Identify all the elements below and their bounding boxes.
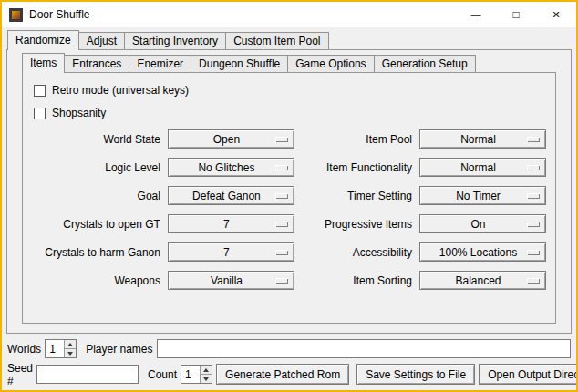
door-shuffle-window: Door Shuffle — □ ✕ Randomize Adjust Star… xyxy=(0,0,578,392)
save-settings-button[interactable]: Save Settings to File xyxy=(356,364,475,385)
crystals-harm-ganon-dropdown[interactable]: 7 xyxy=(168,242,294,262)
crystals-harm-ganon-label: Crystals to harm Ganon xyxy=(32,246,168,259)
accessibility-dropdown[interactable]: 100% Locations xyxy=(419,242,546,262)
sub-tab-dungeon-shuffle[interactable]: Dungeon Shuffle xyxy=(191,55,288,72)
item-sorting-label: Item Sorting xyxy=(302,274,419,287)
main-tab-adjust[interactable]: Adjust xyxy=(78,32,125,49)
dropdown-value: 7 xyxy=(223,246,239,259)
maximize-button[interactable]: □ xyxy=(496,2,536,27)
close-button[interactable]: ✕ xyxy=(536,2,576,27)
settings-grid: World State Open Item Pool Normal Logic … xyxy=(32,129,546,290)
sub-tab-enemizer[interactable]: Enemizer xyxy=(129,55,191,72)
goal-dropdown[interactable]: Defeat Ganon xyxy=(168,186,294,205)
titlebar: Door Shuffle — □ ✕ xyxy=(2,2,576,27)
dropdown-indicator-icon xyxy=(275,193,288,199)
checkbox-icon xyxy=(34,108,46,119)
dropdown-value: 7 xyxy=(223,218,239,231)
dropdown-indicator-icon xyxy=(275,137,288,142)
timer-setting-label: Timer Setting xyxy=(302,190,419,202)
window-title: Door Shuffle xyxy=(29,8,90,21)
main-tab-bar: Randomize Adjust Starting Inventory Cust… xyxy=(2,30,576,49)
retro-mode-label: Retro mode (universal keys) xyxy=(52,84,189,97)
sub-tab-entrances[interactable]: Entrances xyxy=(64,55,129,72)
settings-row: World State Open Item Pool Normal xyxy=(32,129,546,149)
sub-tab-bar: Items Entrances Enemizer Dungeon Shuffle… xyxy=(7,53,571,72)
dropdown-indicator-icon xyxy=(275,222,288,227)
player-names-label: Player names xyxy=(86,343,152,356)
close-icon: ✕ xyxy=(552,9,560,21)
shopsanity-label: Shopsanity xyxy=(52,107,106,119)
sub-tab-generation-setup[interactable]: Generation Setup xyxy=(374,55,476,72)
crystals-open-gt-dropdown[interactable]: 7 xyxy=(168,214,294,233)
spin-up-icon[interactable] xyxy=(65,340,76,348)
weapons-label: Weapons xyxy=(32,274,168,287)
retro-mode-checkbox[interactable]: Retro mode (universal keys) xyxy=(34,84,546,97)
seed-label: Seed # xyxy=(7,362,33,387)
dropdown-value: Open xyxy=(213,133,249,146)
spin-up-icon[interactable] xyxy=(201,366,212,374)
dropdown-indicator-icon xyxy=(275,250,288,255)
bottom-controls: Worlds 1 Player names Seed # Count 1 xyxy=(2,334,576,390)
dropdown-indicator-icon xyxy=(527,165,540,170)
item-pool-dropdown[interactable]: Normal xyxy=(419,129,546,149)
item-sorting-dropdown[interactable]: Balanced xyxy=(419,271,546,290)
progressive-items-dropdown[interactable]: On xyxy=(419,214,546,233)
checkbox-icon xyxy=(34,85,46,97)
settings-row: Weapons Vanilla Item Sorting Balanced xyxy=(32,271,546,290)
sub-tab-items[interactable]: Items xyxy=(22,53,65,73)
main-tab-custom-item-pool[interactable]: Custom Item Pool xyxy=(225,32,328,49)
worlds-value[interactable]: 1 xyxy=(46,340,64,357)
window-controls: — □ ✕ xyxy=(456,2,576,27)
dropdown-value: Normal xyxy=(460,161,505,174)
spin-arrows xyxy=(64,340,76,357)
settings-row: Crystals to harm Ganon 7 Accessibility 1… xyxy=(32,242,546,262)
goal-label: Goal xyxy=(32,190,168,202)
dropdown-value: 100% Locations xyxy=(439,246,526,259)
dropdown-value: Normal xyxy=(460,133,505,146)
generate-patched-rom-button[interactable]: Generate Patched Rom xyxy=(216,364,349,385)
maximize-icon: □ xyxy=(512,8,519,21)
seed-row: Seed # Count 1 Generate Patched Rom Save… xyxy=(7,364,571,385)
timer-setting-dropdown[interactable]: No Timer xyxy=(419,186,546,205)
open-output-directory-button[interactable]: Open Output Directory xyxy=(479,364,578,385)
spin-down-icon[interactable] xyxy=(65,348,76,357)
spin-down-icon[interactable] xyxy=(201,374,212,383)
main-tab-randomize[interactable]: Randomize xyxy=(7,30,79,50)
dropdown-value: Defeat Ganon xyxy=(192,190,270,202)
dropdown-indicator-icon xyxy=(527,250,540,255)
dropdown-value: Balanced xyxy=(456,274,511,287)
main-tab-starting-inventory[interactable]: Starting Inventory xyxy=(124,32,226,49)
item-pool-label: Item Pool xyxy=(302,133,419,146)
minimize-button[interactable]: — xyxy=(456,2,496,27)
settings-row: Logic Level No Glitches Item Functionali… xyxy=(32,158,546,177)
player-names-input[interactable] xyxy=(157,339,572,358)
worlds-spinbox[interactable]: 1 xyxy=(45,339,77,358)
dropdown-value: Vanilla xyxy=(211,274,252,287)
logic-level-dropdown[interactable]: No Glitches xyxy=(168,158,294,177)
settings-row: Goal Defeat Ganon Timer Setting No Timer xyxy=(32,186,546,205)
weapons-dropdown[interactable]: Vanilla xyxy=(168,271,294,290)
count-value[interactable]: 1 xyxy=(181,366,200,383)
dropdown-indicator-icon xyxy=(275,165,288,170)
worlds-label: Worlds xyxy=(7,343,41,356)
spin-arrows xyxy=(200,366,212,383)
world-state-dropdown[interactable]: Open xyxy=(168,129,294,149)
shopsanity-checkbox[interactable]: Shopsanity xyxy=(34,107,546,119)
item-functionality-label: Item Functionality xyxy=(302,161,419,174)
dropdown-indicator-icon xyxy=(527,278,540,284)
count-spinbox[interactable]: 1 xyxy=(181,365,212,384)
count-label: Count xyxy=(148,368,177,381)
settings-row: Crystals to open GT 7 Progressive Items … xyxy=(32,214,546,233)
accessibility-label: Accessibility xyxy=(302,246,419,259)
item-functionality-dropdown[interactable]: Normal xyxy=(419,158,546,177)
app-icon xyxy=(9,8,23,22)
logic-level-label: Logic Level xyxy=(32,161,168,174)
sub-tab-game-options[interactable]: Game Options xyxy=(287,55,374,72)
randomize-tab-pane: Items Entrances Enemizer Dungeon Shuffle… xyxy=(6,49,572,334)
minimize-icon: — xyxy=(471,9,481,20)
worlds-row: Worlds 1 Player names xyxy=(7,338,571,359)
seed-input[interactable] xyxy=(36,365,139,384)
dropdown-indicator-icon xyxy=(527,193,540,199)
dropdown-value: No Glitches xyxy=(198,161,263,174)
dropdown-indicator-icon xyxy=(527,222,540,227)
